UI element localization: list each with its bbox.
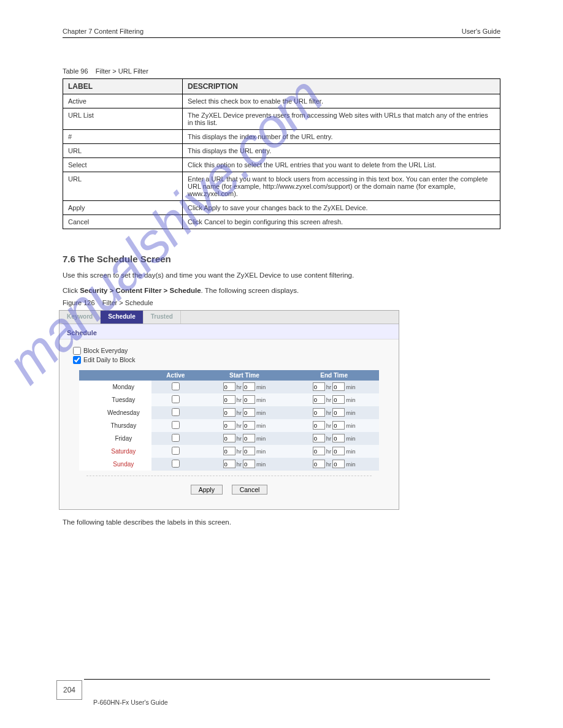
end-min-input[interactable]: [332, 395, 345, 404]
end-time-cell: hrmin: [289, 445, 379, 458]
start-time-cell: hrmin: [199, 432, 289, 445]
edit-daily-checkbox[interactable]: [73, 356, 81, 364]
start-time-cell: hrmin: [199, 445, 289, 458]
active-cell: [151, 393, 199, 406]
schedule-row: Mondayhrminhrmin: [79, 381, 379, 393]
th-description: DESCRIPTION: [183, 79, 500, 94]
cancel-button[interactable]: Cancel: [232, 485, 268, 495]
table-row: #This displays the index number of the U…: [63, 130, 500, 144]
hr-label: hr: [326, 435, 331, 442]
description-cell: This displays the index number of the UR…: [183, 130, 500, 144]
active-checkbox[interactable]: [172, 408, 180, 416]
end-time-cell: hrmin: [289, 381, 379, 393]
active-checkbox[interactable]: [172, 382, 180, 390]
hr-label: hr: [237, 396, 242, 403]
end-min-input[interactable]: [332, 382, 345, 391]
button-row: Apply Cancel: [86, 476, 372, 497]
hr-label: hr: [237, 384, 242, 390]
active-cell: [151, 458, 199, 471]
apply-button[interactable]: Apply: [191, 485, 223, 495]
active-cell: [151, 419, 199, 432]
day-cell: Monday: [79, 381, 151, 393]
start-min-input[interactable]: [243, 460, 255, 468]
active-checkbox[interactable]: [172, 395, 180, 403]
description-cell: Click this option to select the URL entr…: [183, 158, 500, 172]
end-hr-input[interactable]: [313, 395, 325, 404]
end-min-input[interactable]: [332, 408, 345, 417]
section-heading: 7.6 The Schedule Screen: [63, 254, 500, 264]
min-label: min: [346, 396, 355, 403]
end-time-cell: hrmin: [289, 432, 379, 445]
schedule-row: Saturdayhrminhrmin: [79, 445, 379, 458]
hr-label: hr: [326, 422, 331, 429]
active-checkbox[interactable]: [172, 447, 180, 455]
edit-daily-row: Edit Daily to Block: [73, 356, 385, 364]
table-row: URL ListThe ZyXEL Device prevents users …: [63, 108, 500, 130]
tab-keyword[interactable]: Keyword: [59, 311, 101, 324]
hr-label: hr: [237, 409, 242, 416]
th-end: End Time: [289, 370, 379, 381]
tab-schedule[interactable]: Schedule: [101, 311, 143, 324]
min-label: min: [346, 384, 355, 390]
end-min-input[interactable]: [332, 421, 345, 430]
active-checkbox[interactable]: [172, 421, 180, 429]
end-min-input[interactable]: [332, 447, 345, 455]
description-cell: This displays the URL entry.: [183, 144, 500, 158]
path-main: Security > Content Filter > Schedule: [80, 287, 201, 294]
table-row: CancelClick Cancel to begin configuring …: [63, 215, 500, 229]
min-label: min: [256, 396, 266, 403]
start-hr-input[interactable]: [223, 408, 236, 417]
end-min-input[interactable]: [332, 460, 345, 468]
th-active: Active: [151, 370, 199, 381]
min-label: min: [346, 435, 355, 442]
label-cell: URL List: [63, 108, 183, 130]
start-min-input[interactable]: [243, 434, 255, 442]
min-label: min: [346, 461, 355, 468]
start-hr-input[interactable]: [223, 447, 236, 455]
start-time-cell: hrmin: [199, 406, 289, 419]
section-number: 7.6: [63, 254, 75, 264]
schedule-row: Tuesdayhrminhrmin: [79, 393, 379, 406]
active-checkbox[interactable]: [172, 434, 180, 442]
start-time-cell: hrmin: [199, 458, 289, 471]
start-hr-input[interactable]: [223, 460, 236, 468]
end-hr-input[interactable]: [313, 382, 325, 391]
schedule-row: Thursdayhrminhrmin: [79, 419, 379, 432]
min-label: min: [256, 384, 266, 390]
end-min-input[interactable]: [332, 434, 345, 442]
day-cell: Thursday: [79, 419, 151, 432]
schedule-table: Active Start Time End Time Mondayhrminhr…: [79, 370, 379, 471]
end-hr-input[interactable]: [313, 447, 325, 455]
start-min-input[interactable]: [243, 421, 255, 430]
end-hr-input[interactable]: [313, 460, 325, 468]
hr-label: hr: [326, 448, 331, 455]
tab-trusted[interactable]: Trusted: [144, 311, 181, 324]
label-cell: Apply: [63, 201, 183, 215]
start-min-input[interactable]: [243, 382, 255, 391]
block-everyday-checkbox[interactable]: [73, 347, 81, 355]
end-time-cell: hrmin: [289, 458, 379, 471]
day-cell: Tuesday: [79, 393, 151, 406]
start-hr-input[interactable]: [223, 382, 236, 391]
end-hr-input[interactable]: [313, 408, 325, 417]
start-hr-input[interactable]: [223, 421, 236, 430]
page-footer: 204 P-660HN-Fx User's Guide: [56, 680, 500, 700]
active-checkbox[interactable]: [172, 460, 180, 468]
start-hr-input[interactable]: [223, 395, 236, 404]
day-cell: Sunday: [79, 458, 151, 471]
schedule-screenshot: Keyword Schedule Trusted Schedule Block …: [59, 310, 399, 510]
start-time-cell: hrmin: [199, 419, 289, 432]
panel-title: Schedule: [59, 324, 399, 339]
label-cell: Cancel: [63, 215, 183, 229]
start-hr-input[interactable]: [223, 434, 236, 442]
hr-label: hr: [326, 409, 331, 416]
start-min-input[interactable]: [243, 408, 255, 417]
end-hr-input[interactable]: [313, 421, 325, 430]
start-min-input[interactable]: [243, 447, 255, 455]
table-row: URLThis displays the URL entry.: [63, 144, 500, 158]
path-suffix: . The following screen displays.: [201, 287, 299, 294]
end-hr-input[interactable]: [313, 434, 325, 442]
start-min-input[interactable]: [243, 395, 255, 404]
active-cell: [151, 406, 199, 419]
hr-label: hr: [237, 435, 242, 442]
